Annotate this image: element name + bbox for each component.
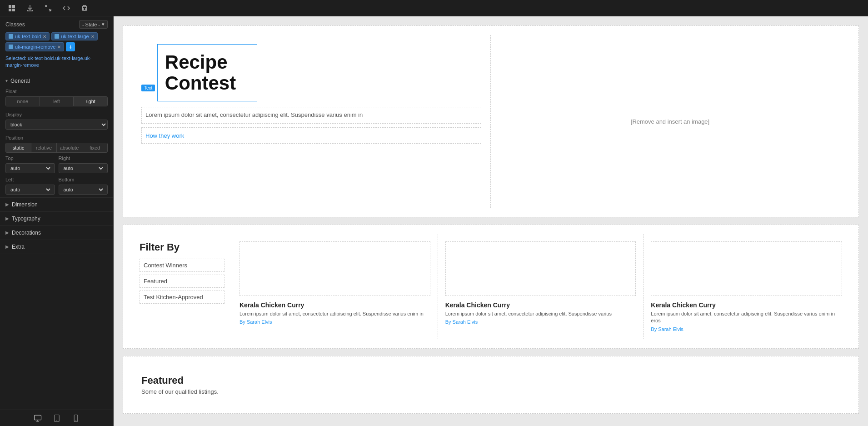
delete-icon[interactable] (78, 2, 91, 15)
display-select[interactable]: block (5, 120, 108, 130)
classes-header: Classes - State - ▾ (5, 20, 108, 29)
pos-relative-button[interactable]: relative (31, 143, 57, 152)
svg-rect-1 (12, 5, 15, 8)
svg-rect-3 (12, 9, 15, 11)
classes-label: Classes (5, 21, 25, 28)
card-title-0: Kerala Chicken Curry (239, 301, 430, 309)
card-author-2: By Sarah Elvis (651, 326, 842, 332)
add-class-button[interactable]: + (66, 42, 75, 51)
filter-item-1: Featured (140, 275, 224, 288)
right-select[interactable]: auto (62, 165, 105, 171)
card-desc-1: Lorem ipsum dolor sit amet, consectetur … (445, 311, 636, 317)
dimension-header[interactable]: ▶ Dimension (0, 198, 113, 211)
tag-icon (9, 45, 13, 49)
svg-point-8 (75, 420, 76, 421)
right-group: Right auto (59, 155, 108, 173)
svg-point-6 (56, 420, 57, 421)
card-desc-0: Lorem ipsum dolor sit amet, consectetur … (239, 311, 430, 317)
hero-left: Text Recipe Contest Lorem ipsum dolor si… (132, 35, 491, 208)
hero-right: [Remove and insert an image] (491, 35, 849, 208)
hero-body-box: Lorem ipsum dolor sit amet, consectetur … (141, 107, 481, 123)
hero-title-box: Recipe Contest (157, 44, 257, 101)
card-author-0: By Sarah Elvis (239, 319, 430, 325)
canvas-area: Text Recipe Contest Lorem ipsum dolor si… (114, 16, 868, 426)
expand-icon[interactable] (42, 2, 55, 15)
float-label: Float (5, 89, 108, 94)
image-placeholder: [Remove and insert an image] (631, 118, 709, 125)
filter-item-0: Contest Winners (140, 259, 224, 272)
filter-title: Filter By (140, 241, 224, 253)
card-author-1: By Sarah Elvis (445, 319, 636, 325)
text-label: Text (141, 85, 155, 91)
general-header[interactable]: ▾ General (5, 76, 108, 86)
float-left-button[interactable]: left (40, 97, 74, 106)
float-right-button[interactable]: right (74, 97, 107, 106)
grid-icon[interactable] (5, 2, 18, 15)
class-tag-uk-text-large[interactable]: uk-text-large ✕ (51, 32, 97, 40)
mobile-device-button[interactable] (70, 412, 82, 424)
card-image-2 (651, 241, 842, 296)
left-label: Left (5, 177, 55, 182)
svg-rect-2 (9, 9, 11, 11)
tag-icon (9, 34, 13, 39)
card-image-0 (239, 241, 430, 296)
remove-tag-uk-text-large[interactable]: ✕ (91, 34, 95, 39)
trbl-props: Top auto Right auto (5, 155, 108, 195)
class-tags: uk-text-bold ✕ uk-text-large ✕ uk-margin… (5, 32, 108, 51)
decorations-header[interactable]: ▶ Decorations (0, 226, 113, 240)
hero-section: Text Recipe Contest Lorem ipsum dolor si… (132, 35, 849, 208)
float-none-button[interactable]: none (6, 97, 40, 106)
display-label: Display (5, 112, 108, 117)
filter-block: Filter By Contest Winners Featured Test … (123, 225, 859, 349)
right-input: auto (59, 163, 108, 173)
pos-fixed-button[interactable]: fixed (82, 143, 107, 152)
card-title-2: Kerala Chicken Curry (651, 301, 842, 309)
top-toolbar (0, 0, 868, 16)
bottom-label: Bottom (59, 177, 108, 182)
typography-header[interactable]: ▶ Typography (0, 212, 113, 226)
pos-static-button[interactable]: static (6, 143, 31, 152)
extra-section: ▶ Extra (0, 240, 113, 254)
hero-title: Recipe Contest (165, 52, 249, 94)
bottom-select[interactable]: auto (62, 186, 105, 193)
pos-absolute-button[interactable]: absolute (57, 143, 82, 152)
card-title-1: Kerala Chicken Curry (445, 301, 636, 309)
remove-tag-uk-text-bold[interactable]: ✕ (43, 34, 46, 39)
bottom-input: auto (59, 185, 108, 195)
export-icon[interactable] (24, 2, 36, 15)
left-input: auto (5, 185, 55, 195)
position-label: Position (5, 135, 108, 140)
state-dropdown[interactable]: - State - ▾ (79, 20, 108, 29)
left-select[interactable]: auto (9, 186, 52, 193)
top-label: Top (5, 155, 55, 161)
filter-item-2: Test Kitchen-Approved (140, 291, 224, 304)
decorations-section: ▶ Decorations (0, 226, 113, 240)
typography-section: ▶ Typography (0, 212, 113, 226)
remove-tag-uk-margin-remove[interactable]: ✕ (57, 45, 61, 50)
featured-section: Featured Some of our qualified listings. (132, 366, 849, 404)
desktop-device-button[interactable] (32, 412, 44, 424)
card-image-1 (445, 241, 636, 296)
svg-rect-0 (9, 5, 11, 8)
featured-subtitle: Some of our qualified listings. (141, 388, 840, 395)
filter-section: Filter By Contest Winners Featured Test … (132, 234, 849, 339)
svg-rect-4 (34, 415, 41, 420)
top-select[interactable]: auto (9, 165, 52, 171)
display-group: Display block (5, 109, 108, 132)
tablet-device-button[interactable] (51, 412, 63, 424)
class-tag-uk-margin-remove[interactable]: uk-margin-remove ✕ (5, 42, 64, 51)
filter-card-2: Kerala Chicken Curry Lorem ipsum dolor s… (644, 234, 849, 339)
class-tag-uk-text-bold[interactable]: uk-text-bold ✕ (5, 32, 50, 40)
code-icon[interactable] (60, 2, 73, 15)
extra-header[interactable]: ▶ Extra (0, 240, 113, 254)
float-group: Float none left right (5, 86, 108, 109)
bottom-toolbar (0, 410, 113, 426)
hero-block: Text Recipe Contest Lorem ipsum dolor si… (123, 25, 859, 217)
dimension-section: ▶ Dimension (0, 198, 113, 212)
top-input: auto (5, 163, 55, 173)
top-group: Top auto (5, 155, 55, 173)
panel-spacer (0, 254, 113, 410)
card-desc-2: Lorem ipsum dolor sit amet, consectetur … (651, 311, 842, 325)
hero-link[interactable]: How they work (145, 132, 184, 139)
general-section: ▾ General Float none left right Display … (0, 73, 113, 198)
